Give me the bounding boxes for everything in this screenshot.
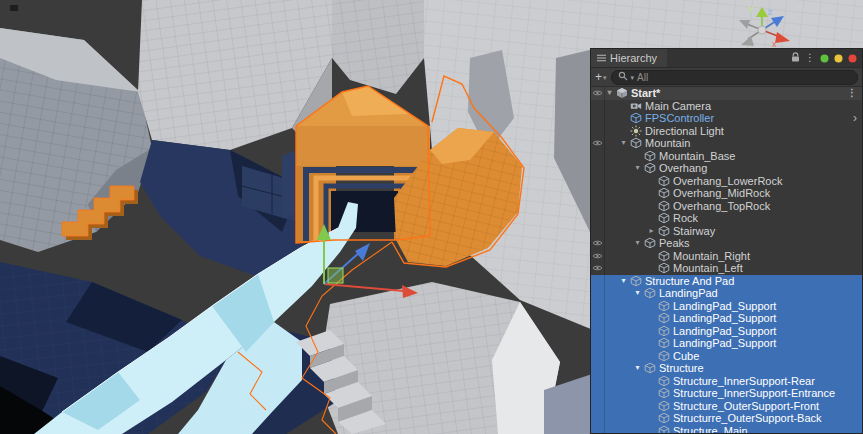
- hierarchy-row[interactable]: Mountain_Left: [591, 262, 862, 275]
- cube-icon: [657, 262, 671, 274]
- object-label: FPSController: [643, 112, 714, 124]
- hierarchy-row[interactable]: Mountain_Base: [591, 150, 862, 163]
- cube-icon: [657, 400, 671, 412]
- cube-icon: [657, 212, 671, 224]
- cube-icon: [629, 275, 643, 287]
- visibility-toggle-icon[interactable]: [591, 89, 604, 97]
- hierarchy-row[interactable]: Structurre_OuterSupport-Back: [591, 412, 862, 425]
- object-label: Structure_InnerSupport-Rear: [671, 375, 815, 387]
- object-label: Structure: [657, 362, 704, 374]
- hierarchy-row[interactable]: Overhang_MidRock: [591, 187, 862, 200]
- hierarchy-row[interactable]: Main Camera: [591, 100, 862, 113]
- hierarchy-row[interactable]: Structure_OuterSupport-Front: [591, 400, 862, 413]
- visibility-toggle-icon[interactable]: [591, 252, 604, 260]
- object-label: Mountain_Left: [671, 262, 743, 274]
- hierarchy-row[interactable]: ▾Peaks: [591, 237, 862, 250]
- cube-icon: [657, 175, 671, 187]
- hierarchy-row[interactable]: ▾Structure And Pad: [591, 275, 862, 288]
- visibility-toggle-icon[interactable]: [591, 264, 604, 272]
- foldout-arrow[interactable]: ▾: [618, 139, 629, 147]
- axis-label-z: z: [768, 7, 773, 17]
- object-label: Directional Light: [643, 125, 724, 137]
- hierarchy-row[interactable]: Structure_InnerSupport-Rear: [591, 375, 862, 388]
- scene-header-row[interactable]: ▾Start*⋮: [591, 87, 862, 100]
- hierarchy-row[interactable]: FPSController›: [591, 112, 862, 125]
- hierarchy-row[interactable]: Structure_Main: [591, 425, 862, 434]
- hierarchy-toolbar: + ▾ ▾ All: [591, 68, 862, 87]
- hierarchy-row[interactable]: LandingPad_Support: [591, 300, 862, 313]
- hierarchy-panel: Hierarchy ⋮ + ▾ ▾ All: [590, 48, 863, 434]
- create-button[interactable]: + ▾: [595, 71, 607, 83]
- cube-icon: [643, 162, 657, 174]
- cube-icon: [657, 200, 671, 212]
- cube-icon: [657, 250, 671, 262]
- cube-icon: [643, 287, 657, 299]
- object-label: Rock: [671, 212, 698, 224]
- hierarchy-row[interactable]: ▾Mountain: [591, 137, 862, 150]
- foldout-arrow[interactable]: ▸: [646, 227, 657, 235]
- foldout-arrow[interactable]: ▾: [632, 289, 643, 297]
- object-label: Overhang_MidRock: [671, 187, 770, 199]
- visibility-toggle-icon[interactable]: [591, 239, 604, 247]
- hierarchy-row[interactable]: Directional Light: [591, 125, 862, 138]
- cube-icon: [657, 387, 671, 399]
- hierarchy-row[interactable]: Rock: [591, 212, 862, 225]
- hierarchy-row[interactable]: Overhang_LowerRock: [591, 175, 862, 188]
- light-icon: [629, 125, 643, 137]
- hierarchy-row[interactable]: ▸Stairway: [591, 225, 862, 238]
- prefab-open-button[interactable]: ›: [853, 112, 862, 124]
- foldout-arrow[interactable]: ▾: [618, 277, 629, 285]
- cube-icon: [643, 362, 657, 374]
- cube-icon: [629, 137, 643, 149]
- hierarchy-row[interactable]: LandingPad_Support: [591, 325, 862, 338]
- foldout-arrow[interactable]: ▾: [632, 364, 643, 372]
- hierarchy-row[interactable]: Cube: [591, 350, 862, 363]
- object-label: Mountain_Right: [671, 250, 750, 262]
- cube-icon: [657, 350, 671, 362]
- search-field[interactable]: ▾ All: [611, 70, 858, 85]
- object-label: Structure_InnerSupport-Entrance: [671, 387, 835, 399]
- object-label: LandingPad_Support: [671, 300, 776, 312]
- hierarchy-row[interactable]: ▾Overhang: [591, 162, 862, 175]
- cube-icon: [643, 237, 657, 249]
- cube-icon: [643, 150, 657, 162]
- dot-green-icon: [820, 54, 829, 63]
- object-label: Peaks: [657, 237, 690, 249]
- foldout-arrow[interactable]: ▾: [604, 89, 615, 97]
- hierarchy-row[interactable]: ▾Structure: [591, 362, 862, 375]
- lock-icon[interactable]: [791, 52, 800, 65]
- hierarchy-rows: ▾Start*⋮Main CameraFPSController›Directi…: [591, 87, 862, 433]
- tab-menu-kebab[interactable]: ⋮: [805, 53, 815, 63]
- dot-red-icon: [848, 54, 857, 63]
- cube-icon: [657, 312, 671, 324]
- create-button-label: +: [595, 71, 602, 83]
- search-icon: [618, 71, 628, 83]
- hierarchy-row[interactable]: LandingPad_Support: [591, 312, 862, 325]
- search-placeholder: All: [637, 72, 648, 83]
- hierarchy-row[interactable]: Overhang_TopRock: [591, 200, 862, 213]
- row-menu-button[interactable]: ⋮: [847, 88, 862, 98]
- tab-label: Hierarchy: [610, 52, 657, 64]
- hierarchy-row[interactable]: Structure_InnerSupport-Entrance: [591, 387, 862, 400]
- cube-icon: [657, 187, 671, 199]
- foldout-arrow[interactable]: ▾: [632, 239, 643, 247]
- visibility-toggle-icon[interactable]: [591, 139, 604, 147]
- panel-list-icon: [597, 52, 606, 64]
- object-label: Start*: [629, 87, 660, 99]
- hierarchy-row[interactable]: LandingPad_Support: [591, 337, 862, 350]
- hierarchy-row[interactable]: Mountain_Right: [591, 250, 862, 263]
- cube-icon: [657, 325, 671, 337]
- object-label: Structure_Main: [671, 425, 748, 433]
- object-label: Overhang: [657, 162, 707, 174]
- tab-hierarchy[interactable]: Hierarchy: [591, 49, 667, 67]
- unity-editor: y z x Hierarchy ⋮: [0, 0, 863, 434]
- cube-icon: [657, 225, 671, 237]
- hierarchy-row[interactable]: ▾LandingPad: [591, 287, 862, 300]
- object-label: Structure And Pad: [643, 275, 734, 287]
- search-filter-caret-icon: ▾: [631, 74, 635, 81]
- camera-icon: [629, 100, 643, 112]
- scene-icon: [615, 87, 629, 99]
- object-label: Overhang_TopRock: [671, 200, 770, 212]
- foldout-arrow[interactable]: ▾: [632, 164, 643, 172]
- cube-icon: [657, 375, 671, 387]
